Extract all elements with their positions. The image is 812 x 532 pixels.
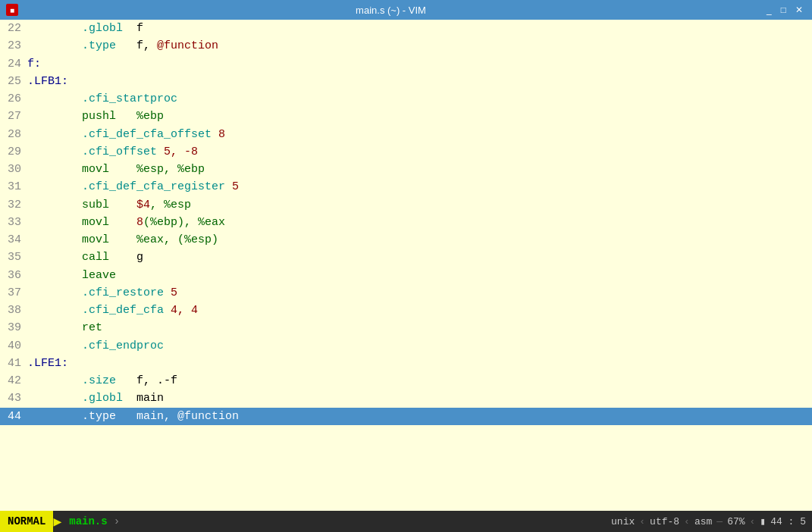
line-content: .cfi_startproc (27, 90, 177, 108)
status-right: unix ‹ utf-8 ‹ asm — 67% ‹ ▮ 44 : 5 (611, 515, 812, 527)
line-number: 26 (0, 90, 27, 108)
code-line: 41.LFE1: (0, 355, 812, 372)
code-line: 40 .cfi_endproc (0, 337, 812, 355)
line-content: .type main, @function (27, 408, 239, 425)
line-content: .size f, .-f (27, 372, 177, 390)
line-content: .globl main (27, 390, 164, 407)
line-content: pushl %ebp (27, 108, 164, 125)
minimize-button[interactable]: _ (763, 5, 775, 15)
line-content: .cfi_endproc (27, 337, 164, 355)
line-content: .LFB1: (27, 73, 68, 90)
code-line: 35 call g (0, 249, 812, 266)
line-number: 42 (0, 372, 27, 390)
line-number: 39 (0, 319, 27, 336)
line-content: movl %eax, (%esp) (27, 231, 218, 249)
code-line: 44 .type main, @function (0, 408, 812, 425)
line-content: .cfi_restore 5 (27, 284, 177, 302)
line-number: 44 (0, 408, 27, 425)
status-mode: NORMAL (0, 511, 53, 532)
code-line: 27 pushl %ebp (0, 108, 812, 125)
line-content: .type f, @function (27, 37, 218, 55)
line-content: ret (27, 319, 102, 336)
code-line: 36 leave (0, 267, 812, 284)
code-line: 33 movl 8(%ebp), %eax (0, 214, 812, 231)
file-type: unix (611, 516, 635, 527)
line-number: 24 (0, 55, 27, 73)
code-line: 23 .type f, @function (0, 37, 812, 55)
title-bar-title: main.s (~) - VIM (18, 5, 763, 16)
code-line: 24f: (0, 55, 812, 73)
status-bar: NORMAL ▶ main.s › unix ‹ utf-8 ‹ asm — 6… (0, 511, 812, 532)
line-number: 35 (0, 249, 27, 266)
line-content: .cfi_def_cfa_offset 8 (27, 126, 225, 143)
line-number: 40 (0, 337, 27, 355)
code-line: 39 ret (0, 319, 812, 336)
code-area: 22 .globl f23 .type f, @function24f:25.L… (0, 20, 812, 511)
line-number: 41 (0, 355, 27, 372)
status-triangle: ▶ (53, 513, 61, 530)
line-content: .globl f (27, 20, 143, 37)
line-number: 29 (0, 143, 27, 161)
line-number: 22 (0, 20, 27, 37)
line-number: 43 (0, 390, 27, 407)
line-content: subl $4, %esp (27, 196, 191, 214)
maximize-button[interactable]: □ (778, 5, 789, 15)
line-content: f: (27, 55, 41, 73)
line-content: .cfi_def_cfa_register 5 (27, 178, 239, 196)
code-line: 28 .cfi_def_cfa_offset 8 (0, 126, 812, 143)
title-bar-left: ■ (6, 4, 18, 16)
line-content: .cfi_offset 5, -8 (27, 143, 198, 161)
line-number: 32 (0, 196, 27, 214)
title-bar-controls: _ □ ✕ (763, 5, 806, 15)
line-number: 34 (0, 231, 27, 249)
code-line: 25.LFB1: (0, 73, 812, 90)
line-content: movl 8(%ebp), %eax (27, 214, 225, 231)
cursor-position: 44 : 5 (770, 516, 806, 527)
line-number: 23 (0, 37, 27, 55)
line-number: 38 (0, 302, 27, 319)
line-number: 28 (0, 126, 27, 143)
line-number: 36 (0, 267, 27, 284)
status-arrow: › (112, 515, 121, 527)
vim-icon: ■ (6, 4, 18, 16)
line-number: 25 (0, 73, 27, 90)
code-line: 38 .cfi_def_cfa 4, 4 (0, 302, 812, 319)
line-number: 31 (0, 178, 27, 196)
line-number: 30 (0, 161, 27, 178)
title-bar: ■ main.s (~) - VIM _ □ ✕ (0, 0, 812, 20)
code-line: 43 .globl main (0, 390, 812, 407)
code-line: 30 movl %esp, %ebp (0, 161, 812, 178)
line-content: .LFE1: (27, 355, 68, 372)
encoding: utf-8 (650, 516, 679, 527)
code-line: 22 .globl f (0, 20, 812, 37)
code-line: 34 movl %eax, (%esp) (0, 231, 812, 249)
line-number: 37 (0, 284, 27, 302)
code-line: 37 .cfi_restore 5 (0, 284, 812, 302)
line-number: 33 (0, 214, 27, 231)
line-number: 27 (0, 108, 27, 125)
code-line: 26 .cfi_startproc (0, 90, 812, 108)
line-content: call g (27, 249, 143, 266)
cursor-icon: ▮ (760, 515, 766, 527)
line-content: .cfi_def_cfa 4, 4 (27, 302, 198, 319)
line-content: leave (27, 267, 116, 284)
code-line: 32 subl $4, %esp (0, 196, 812, 214)
code-line: 29 .cfi_offset 5, -8 (0, 143, 812, 161)
code-line: 42 .size f, .-f (0, 372, 812, 390)
syntax: asm (694, 516, 712, 527)
line-content: movl %esp, %ebp (27, 161, 205, 178)
close-button[interactable]: ✕ (792, 5, 806, 15)
scroll-percent: 67% (727, 516, 745, 527)
code-line: 31 .cfi_def_cfa_register 5 (0, 178, 812, 196)
status-filename: main.s (64, 515, 111, 527)
